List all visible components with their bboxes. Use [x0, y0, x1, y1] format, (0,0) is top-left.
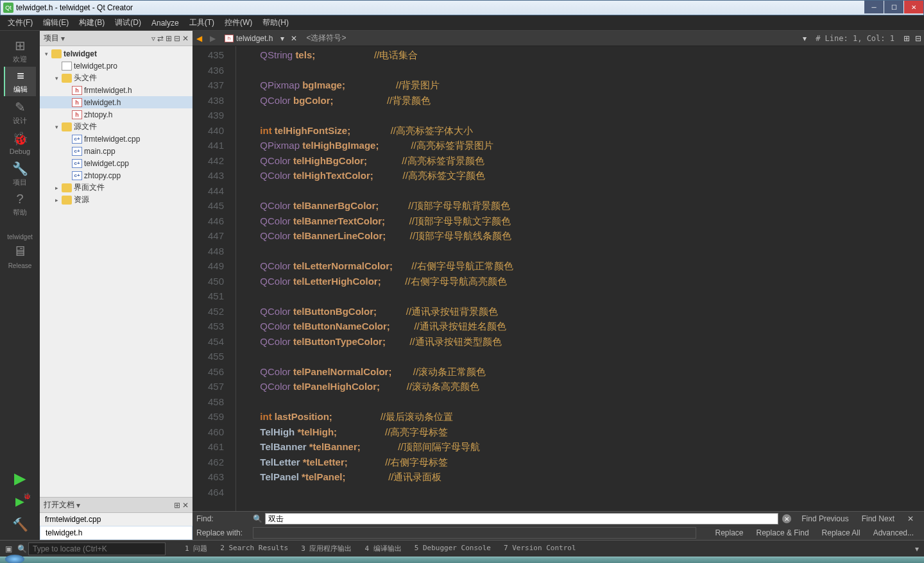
advanced-button[interactable]: Advanced...: [867, 528, 920, 537]
openfile-item[interactable]: telwidget.h: [40, 526, 193, 540]
dropdown-icon[interactable]: ▾: [61, 34, 65, 43]
target-label: telwidget: [7, 233, 32, 240]
menu-item[interactable]: 构建(B): [74, 15, 110, 31]
output-tab[interactable]: 1 问题: [178, 544, 214, 553]
add-icon[interactable]: ⊞: [166, 34, 172, 43]
debug-run-button[interactable]: ▶🐞: [0, 490, 40, 513]
split-icon[interactable]: ⊟: [174, 34, 180, 43]
code-text[interactable]: QString tels; //电话集合 QPixmap bgImage; //…: [236, 46, 924, 511]
find-input[interactable]: [265, 513, 778, 525]
line-gutter: 4354364374384394404414424434444454464474…: [193, 46, 236, 511]
mode-编辑[interactable]: ≡编辑: [4, 67, 36, 96]
editor-tabs: ◀ ▶ h telwidget.h ▾ ✕ <选择符号> ▾ # Line: 1…: [193, 31, 924, 46]
minimize-button[interactable]: ─: [864, 1, 884, 13]
tree-item[interactable]: hfrmtelwidget.h: [40, 84, 193, 96]
app-icon: Qt: [3, 3, 13, 13]
tree-item[interactable]: ▾源文件: [40, 121, 193, 133]
window-title: telwidget.h - telwidget - Qt Creator: [16, 3, 133, 12]
output-tab[interactable]: 4 编译输出: [358, 544, 407, 553]
find-prev-button[interactable]: Find Previous: [795, 514, 855, 523]
output-tab[interactable]: 2 Search Results: [214, 544, 295, 553]
clear-icon[interactable]: ✕: [782, 514, 791, 523]
maximize-button[interactable]: ☐: [884, 1, 903, 13]
sidebar-title: 项目: [44, 33, 59, 44]
tree-item[interactable]: c+frmtelwidget.cpp: [40, 133, 193, 145]
locator-input[interactable]: [28, 542, 166, 555]
output-toggle-icon[interactable]: ▣: [0, 544, 17, 553]
find-label: Find:: [196, 514, 253, 523]
line-col-indicator: # Line: 1, Col: 1: [809, 34, 901, 43]
file-tab[interactable]: h telwidget.h: [219, 31, 278, 46]
openfile-item[interactable]: frmtelwidget.cpp: [40, 513, 193, 526]
search-icon: 🔍: [253, 514, 262, 523]
os-taskbar: [0, 557, 924, 563]
split-right-icon[interactable]: ⊞: [901, 34, 912, 43]
openfiles-title: 打开文档: [44, 500, 74, 510]
run-button[interactable]: ▶: [0, 467, 40, 490]
project-sidebar: 项目 ▾ ▿ ⇄ ⊞ ⊟ ✕ ▾telwidgettelwidget.pro▾头…: [40, 31, 193, 540]
output-tab[interactable]: 5 Debugger Console: [408, 544, 497, 553]
symbol-selector[interactable]: <选择符号>: [301, 33, 351, 44]
output-tab[interactable]: 3 应用程序输出: [295, 544, 358, 553]
replace-input[interactable]: [253, 527, 696, 539]
tree-item[interactable]: hzhtopy.h: [40, 108, 193, 121]
tab-dropdown-icon[interactable]: ▾: [278, 34, 287, 43]
editor-area: ◀ ▶ h telwidget.h ▾ ✕ <选择符号> ▾ # Line: 1…: [193, 31, 924, 540]
menu-item[interactable]: 调试(D): [110, 15, 146, 31]
mode-项目[interactable]: 🔧项目: [4, 159, 36, 189]
mode-帮助[interactable]: ?帮助: [4, 190, 36, 219]
openfiles-header: 打开文档 ▾ ⊞ ✕: [40, 498, 193, 513]
menu-item[interactable]: 编辑(E): [38, 15, 74, 31]
nav-back-icon[interactable]: ◀: [193, 34, 206, 43]
output-tab[interactable]: 7 Version Control: [497, 544, 583, 553]
sidebar-header: 项目 ▾ ▿ ⇄ ⊞ ⊟ ✕: [40, 31, 193, 46]
right-dropdown-icon[interactable]: ▾: [800, 34, 809, 43]
mode-Debug[interactable]: 🐞Debug: [4, 128, 36, 158]
tree-item[interactable]: telwidget.pro: [40, 60, 193, 72]
tree-item[interactable]: c+main.cpp: [40, 145, 193, 157]
mode-设计[interactable]: ✎设计: [4, 97, 36, 127]
dropdown-icon[interactable]: ▾: [76, 501, 80, 510]
replace-label: Replace with:: [196, 528, 253, 537]
replace-button[interactable]: Replace: [709, 528, 750, 537]
locator-icon: 🔍: [17, 544, 27, 553]
tree-item[interactable]: ▾头文件: [40, 72, 193, 84]
start-button[interactable]: [5, 555, 24, 563]
menu-item[interactable]: 控件(W): [219, 15, 257, 31]
tree-item[interactable]: htelwidget.h: [40, 96, 193, 108]
filter-icon[interactable]: ▿: [151, 34, 155, 43]
window-titlebar: Qt telwidget.h - telwidget - Qt Creator …: [0, 0, 924, 15]
file-type-icon: h: [225, 35, 234, 42]
code-editor[interactable]: 4354364374384394404414424434444454464474…: [193, 46, 924, 511]
nav-forward-icon[interactable]: ▶: [206, 34, 219, 43]
build-button[interactable]: 🔨: [0, 513, 40, 536]
find-close-icon[interactable]: ✕: [901, 514, 920, 523]
replace-all-button[interactable]: Replace All: [816, 528, 867, 537]
menu-bar: 文件(F)编辑(E)构建(B)调试(D)Analyze工具(T)控件(W)帮助(…: [0, 15, 924, 31]
target-icon[interactable]: 🖥: [13, 243, 27, 260]
tree-item[interactable]: ▸界面文件: [40, 181, 193, 194]
output-dropdown-icon[interactable]: ▾: [910, 544, 924, 553]
split-down-icon[interactable]: ⊟: [912, 34, 924, 43]
close-button[interactable]: ✕: [904, 1, 923, 13]
menu-item[interactable]: 工具(T): [184, 15, 219, 31]
mode-欢迎[interactable]: ⊞欢迎: [4, 36, 36, 65]
tab-close-icon[interactable]: ✕: [287, 34, 301, 43]
project-tree[interactable]: ▾telwidgettelwidget.pro▾头文件hfrmtelwidget…: [40, 46, 193, 497]
find-next-button[interactable]: Find Next: [855, 514, 901, 523]
tree-item[interactable]: ▸资源: [40, 194, 193, 206]
release-label: Release: [8, 262, 32, 269]
close-pane-icon[interactable]: ✕: [182, 501, 189, 510]
tab-filename: telwidget.h: [236, 34, 273, 43]
sync-icon[interactable]: ⇄: [157, 34, 164, 43]
replace-find-button[interactable]: Replace & Find: [750, 528, 816, 537]
tree-item[interactable]: c+zhtopy.cpp: [40, 169, 193, 181]
close-pane-icon[interactable]: ✕: [182, 34, 189, 43]
tree-item[interactable]: ▾telwidget: [40, 47, 193, 60]
split-icon[interactable]: ⊞: [174, 501, 180, 510]
find-bar: Find: 🔍 ✕ Find Previous Find Next ✕ Repl…: [193, 511, 924, 540]
tree-item[interactable]: c+telwidget.cpp: [40, 157, 193, 169]
menu-item[interactable]: 帮助(H): [257, 15, 294, 31]
menu-item[interactable]: Analyze: [146, 16, 184, 30]
menu-item[interactable]: 文件(F): [3, 15, 38, 31]
